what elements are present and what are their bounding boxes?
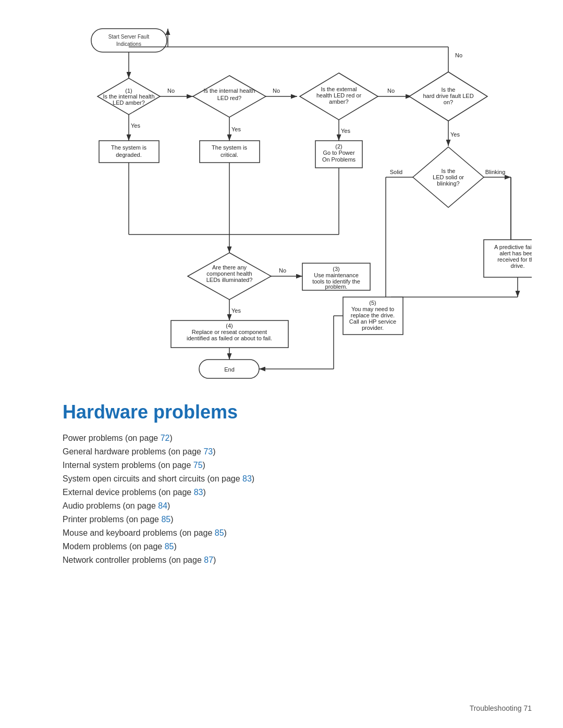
svg-text:Is the external: Is the external (321, 86, 357, 92)
svg-text:health LED red or: health LED red or (316, 92, 362, 98)
hardware-list: Power problems (on page 72) General hard… (63, 434, 532, 565)
svg-text:End: End (224, 366, 235, 373)
svg-text:Yes: Yes (231, 307, 241, 314)
svg-text:Yes: Yes (341, 128, 350, 134)
svg-text:amber?: amber? (329, 98, 348, 105)
hardware-section: Hardware problems Power problems (on pag… (31, 396, 532, 565)
svg-text:on?: on? (444, 99, 453, 105)
svg-text:problem.: problem. (325, 283, 348, 290)
svg-text:Call an HP service: Call an HP service (349, 318, 396, 325)
svg-text:Solid: Solid (390, 169, 402, 175)
svg-text:No: No (273, 88, 280, 94)
svg-text:(5): (5) (369, 300, 376, 306)
svg-text:On Problems: On Problems (322, 156, 356, 163)
svg-text:No: No (455, 52, 462, 58)
svg-text:LEDs illuminated?: LEDs illuminated? (206, 277, 253, 283)
page-link[interactable]: 83 (194, 488, 203, 497)
page-link[interactable]: 72 (161, 434, 170, 442)
list-item: Printer problems (on page 85) (63, 515, 532, 524)
svg-text:Yes: Yes (231, 126, 241, 132)
page-link[interactable]: 73 (203, 447, 213, 456)
list-item: External device problems (on page 83) (63, 488, 532, 497)
svg-text:You may need to: You may need to (351, 306, 394, 312)
svg-text:Blinking: Blinking (485, 169, 506, 175)
svg-text:critical.: critical. (221, 152, 238, 158)
page-link[interactable]: 85 (165, 542, 174, 551)
svg-text:Go to Power: Go to Power (323, 150, 354, 156)
svg-text:component health: component health (206, 270, 252, 277)
page-link[interactable]: 87 (204, 556, 213, 564)
svg-text:Yes: Yes (450, 131, 460, 138)
svg-text:(2): (2) (335, 143, 342, 150)
flowchart-svg: text { font-family: Arial, sans-serif; f… (31, 16, 532, 380)
svg-text:received for this: received for this (497, 256, 532, 263)
page-container: text { font-family: Arial, sans-serif; f… (0, 0, 563, 600)
svg-text:(3): (3) (333, 266, 339, 272)
svg-text:hard drive fault LED: hard drive fault LED (423, 93, 473, 99)
svg-text:LED amber?: LED amber? (113, 100, 145, 106)
svg-text:blinking?: blinking? (437, 180, 459, 187)
svg-text:identified as failed or about : identified as failed or about to fail. (187, 335, 272, 341)
page-link[interactable]: 83 (242, 474, 252, 483)
start-node (91, 29, 167, 52)
svg-text:No: No (167, 88, 175, 94)
svg-text:provider.: provider. (362, 325, 384, 331)
svg-text:Is the: Is the (442, 87, 456, 93)
svg-text:LED solid or: LED solid or (433, 174, 464, 180)
svg-text:drive.: drive. (511, 263, 525, 269)
svg-text:Start Server Fault: Start Server Fault (108, 34, 150, 40)
flowchart-area: text { font-family: Arial, sans-serif; f… (31, 16, 532, 380)
svg-text:The system is: The system is (212, 144, 247, 151)
list-item: Power problems (on page 72) (63, 434, 532, 443)
svg-text:The system is: The system is (111, 144, 146, 151)
svg-text:Use maintenance: Use maintenance (314, 272, 359, 278)
svg-text:alert has been: alert has been (499, 250, 532, 256)
svg-text:Are there any: Are there any (212, 264, 247, 270)
list-item: Internal system problems (on page 75) (63, 461, 532, 470)
list-item: General hardware problems (on page 73) (63, 447, 532, 456)
svg-text:LED red?: LED red? (217, 95, 241, 101)
svg-text:replace the drive.: replace the drive. (351, 312, 395, 318)
svg-text:No: No (279, 267, 286, 274)
list-item: Audio problems (on page 84) (63, 501, 532, 511)
list-item: Mouse and keyboard problems (on page 85) (63, 528, 532, 538)
page-link[interactable]: 75 (193, 461, 203, 470)
list-item: System open circuits and short circuits … (63, 474, 532, 484)
svg-text:Is the internal health: Is the internal health (203, 88, 255, 94)
svg-text:A predictive failure: A predictive failure (494, 244, 532, 250)
svg-text:Replace or reseat component: Replace or reseat component (192, 329, 267, 335)
list-item: Network controller problems (on page 87) (63, 556, 532, 565)
page-link[interactable]: 85 (161, 515, 170, 524)
svg-text:Indications: Indications (116, 41, 141, 47)
svg-text:No: No (387, 88, 395, 94)
svg-text:Is the internal health: Is the internal health (103, 93, 154, 100)
list-item: Modem problems (on page 85) (63, 542, 532, 551)
page-link[interactable]: 84 (158, 501, 167, 510)
svg-text:Is the: Is the (442, 168, 456, 174)
svg-text:degraded.: degraded. (116, 152, 142, 158)
page-footer: Troubleshooting 71 (470, 704, 532, 712)
svg-text:(4): (4) (226, 323, 232, 329)
hardware-title: Hardware problems (63, 401, 532, 423)
page-link[interactable]: 85 (215, 528, 224, 537)
svg-text:Yes: Yes (131, 122, 140, 129)
